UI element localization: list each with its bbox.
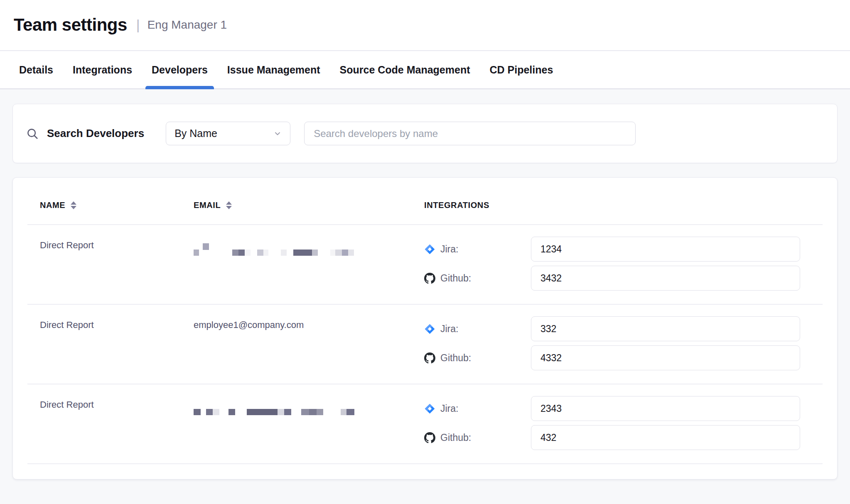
search-developers-label: Search Developers [47,127,144,140]
tab-integrations[interactable]: Integrations [66,51,138,88]
integrations-column-label: INTEGRATIONS [424,201,489,210]
tab-developers[interactable]: Developers [145,51,214,88]
search-icon [26,127,39,140]
search-filter-select[interactable]: By Name [166,122,290,145]
search-panel: Search Developers By Name [12,104,838,163]
github-icon [424,432,435,443]
sort-asc-desc-icon[interactable] [226,201,232,209]
sort-asc-desc-icon[interactable] [71,201,76,209]
tab-source-code-management[interactable]: Source Code Management [334,51,477,88]
title-separator: | [136,17,140,33]
email-column-label: EMAIL [194,201,221,210]
redacted-email [194,396,424,415]
column-header-integrations: INTEGRATIONS [424,201,837,210]
page-title: Team settings [14,15,127,35]
jira-integration-row: Jira: [424,396,800,421]
developers-table: NAME EMAIL INTEGRATIONS Direct Report [12,177,838,480]
column-header-name: NAME [40,201,194,210]
jira-icon [424,323,435,335]
table-row: Direct Report [13,384,837,463]
jira-id-input[interactable] [531,396,800,421]
table-row: Direct Report [13,225,837,304]
main-content: Search Developers By Name NAME EMAIL INT… [0,89,850,480]
developer-email: employee1@company.com [194,316,424,330]
redacted-email [194,237,424,256]
column-header-email: EMAIL [194,201,424,210]
github-id-input[interactable] [531,345,800,370]
developer-name: Direct Report [40,396,194,410]
jira-integration-row: Jira: [424,237,800,262]
jira-icon [424,244,435,255]
name-column-label: NAME [40,201,65,210]
github-id-input[interactable] [531,266,800,291]
github-integration-row: Github: [424,266,800,291]
tab-details[interactable]: Details [13,51,59,88]
team-name: Eng Manager 1 [147,18,227,32]
search-filter-selected-value: By Name [174,127,217,139]
github-integration-row: Github: [424,425,800,450]
tab-bar: Details Integrations Developers Issue Ma… [0,51,850,89]
jira-id-input[interactable] [531,316,800,341]
jira-id-input[interactable] [531,237,800,262]
jira-integration-row: Jira: [424,316,800,341]
github-integration-row: Github: [424,345,800,370]
tab-issue-management[interactable]: Issue Management [221,51,327,88]
table-header-row: NAME EMAIL INTEGRATIONS [13,178,837,224]
jira-label: Jira: [440,403,458,414]
tab-cd-pipelines[interactable]: CD Pipelines [484,51,560,88]
chevron-down-icon [273,130,282,138]
table-divider [27,463,823,464]
developer-name: Direct Report [40,316,194,330]
jira-icon [424,403,435,414]
github-label: Github: [440,273,471,284]
github-label: Github: [440,432,471,443]
table-row: Direct Report employee1@company.com Jira… [13,305,837,384]
jira-label: Jira: [440,244,458,255]
search-input[interactable] [304,122,636,145]
page-header: Team settings | Eng Manager 1 [0,0,850,51]
developer-name: Direct Report [40,237,194,251]
github-icon [424,273,435,284]
github-icon [424,352,435,364]
github-id-input[interactable] [531,425,800,450]
jira-label: Jira: [440,323,458,335]
github-label: Github: [440,352,471,364]
